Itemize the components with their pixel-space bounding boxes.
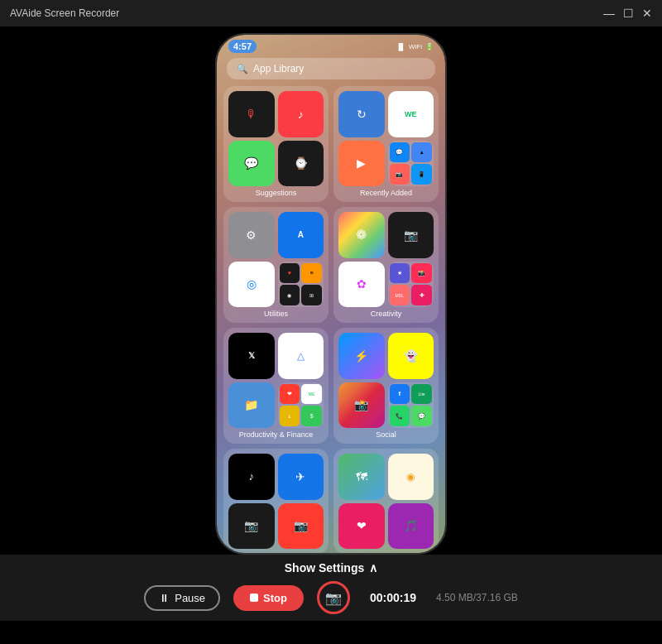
show-settings-label: Show Settings [285, 561, 364, 574]
instagram-icon[interactable]: 📸 [338, 382, 385, 429]
screenshot-button[interactable]: 📷 [317, 581, 350, 614]
app-grid: 🎙 ♪ 💬 ⌚ Suggestions ↻ WE ▶ [217, 86, 445, 553]
phone-display: 4:57 ▐▌ WiFi 🔋 🔍 App Library [217, 35, 445, 553]
messages-icon[interactable]: 💬 [228, 141, 275, 187]
watch-icon[interactable]: ⌚ [278, 141, 324, 187]
snapchat-icon[interactable]: 👻 [388, 333, 434, 379]
category-row-4: ♪ ✈ 📷 📷 🗺 ◉ ❤ 🎵 [223, 449, 439, 553]
creativity-box: ❁ 📷 ✿ ★ 📸 MDL ✚ [333, 207, 439, 323]
files-icon[interactable]: 📁 [228, 382, 275, 429]
wifi-icon: WiFi [409, 43, 422, 50]
transfer-icon[interactable]: ↻ [338, 91, 385, 137]
entertainment-right-box: 🗺 ◉ ❤ 🎵 [333, 449, 439, 553]
social-small-grid[interactable]: f Lite 📞 💬 [388, 382, 434, 429]
status-bar: 4:57 ▐▌ WiFi 🔋 [217, 35, 445, 55]
social-grid: ⚡ 👻 📸 f Lite 📞 💬 [338, 333, 434, 428]
music-icon[interactable]: ♪ [278, 91, 324, 137]
bottom-right-icon4[interactable]: 🎵 [388, 503, 434, 550]
social-box: ⚡ 👻 📸 f Lite 📞 💬 [333, 328, 439, 444]
productivity-label: Productivity & Finance [228, 430, 324, 439]
category-row-1: 🎙 ♪ 💬 ⌚ Suggestions ↻ WE ▶ [223, 86, 439, 202]
bottom-right-icon3[interactable]: ❤ [338, 503, 385, 550]
phone-screen: 4:57 ▐▌ WiFi 🔋 🔍 App Library [215, 33, 447, 555]
recently-added-grid: ↻ WE ▶ 💬 ▲ 📷 📱 [338, 91, 434, 186]
camera-icon[interactable]: 📷 [388, 212, 434, 258]
we-icon[interactable]: WE [388, 91, 434, 137]
entertainment-left-grid: ♪ ✈ 📷 📷 [228, 454, 324, 549]
utilities-grid: ⚙ A ◎ ♥ ≡ ◉ ⊞ [228, 212, 324, 307]
voice-memos-icon[interactable]: 🎙 [228, 91, 275, 137]
app-title: AVAide Screen Recorder [10, 7, 119, 19]
entertainment-left-box: ♪ ✈ 📷 📷 [223, 449, 329, 553]
minimize-button[interactable]: — [603, 7, 615, 19]
pause-icon: ⏸ [159, 592, 170, 604]
utilities-box: ⚙ A ◎ ♥ ≡ ◉ ⊞ [223, 207, 329, 323]
recently-added-box: ↻ WE ▶ 💬 ▲ 📷 📱 [333, 86, 439, 202]
messenger-icon[interactable]: ⚡ [338, 333, 385, 379]
recently-added-label: Recently Added [338, 189, 434, 197]
settings-icon[interactable]: ⚙ [228, 212, 275, 258]
camera-icon: 📷 [325, 590, 342, 606]
stop-dot-icon [250, 594, 258, 602]
pause-label: Pause [175, 592, 205, 604]
creativity-small-grid[interactable]: ★ 📸 MDL ✚ [388, 262, 434, 308]
close-button[interactable]: ✕ [642, 7, 652, 19]
safari-icon[interactable]: ◎ [228, 262, 275, 308]
recently-small-grid[interactable]: 💬 ▲ 📷 📱 [388, 141, 434, 187]
gdrive-icon[interactable]: △ [278, 333, 324, 379]
productivity-small-grid[interactable]: ❤ WE £ $ [278, 382, 324, 429]
suggestions-label: Suggestions [228, 189, 324, 197]
maximize-button[interactable]: ☐ [623, 7, 634, 19]
find-icon[interactable]: ◉ [388, 454, 434, 500]
chevron-up-icon: ∧ [369, 561, 377, 574]
status-time: 4:57 [228, 40, 257, 53]
appstore-icon[interactable]: A [278, 212, 324, 258]
stop-label: Stop [263, 592, 287, 604]
creativity-label: Creativity [338, 310, 434, 318]
maps-icon[interactable]: 🗺 [338, 454, 385, 500]
pinwheel-icon[interactable]: ✿ [338, 262, 385, 308]
battery-icon: 🔋 [425, 43, 434, 50]
twitter-icon[interactable]: 𝕏 [228, 333, 275, 379]
main-area: 4:57 ▐▌ WiFi 🔋 🔍 App Library [0, 26, 662, 644]
category-row-3: 𝕏 △ 📁 ❤ WE £ $ [223, 328, 439, 444]
search-icon: 🔍 [237, 64, 248, 74]
show-settings-button[interactable]: Show Settings ∧ [285, 561, 377, 574]
suggestions-grid: 🎙 ♪ 💬 ⌚ [228, 91, 324, 186]
utilities-small-grid[interactable]: ♥ ≡ ◉ ⊞ [278, 262, 324, 308]
photos-icon[interactable]: ❁ [338, 212, 385, 258]
bottom-left-icon3[interactable]: 📷 [228, 503, 275, 550]
bottom-left-icon4[interactable]: 📷 [278, 503, 324, 550]
controls-row: ⏸ Pause Stop 📷 00:00:19 4.50 MB/37.16 GB [13, 581, 649, 614]
timer-display: 00:00:19 [370, 591, 416, 604]
storage-display: 4.50 MB/37.16 GB [436, 592, 518, 603]
testflight-icon[interactable]: ✈ [278, 454, 324, 500]
title-bar: AVAide Screen Recorder — ☐ ✕ [0, 0, 662, 26]
signal-icon: ▐▌ [396, 43, 405, 50]
category-row-2: ⚙ A ◎ ♥ ≡ ◉ ⊞ [223, 207, 439, 323]
suggestions-box: 🎙 ♪ 💬 ⌚ Suggestions [223, 86, 329, 202]
status-icons: ▐▌ WiFi 🔋 [396, 43, 434, 50]
tiktok-icon[interactable]: ♪ [228, 454, 275, 500]
window-controls: — ☐ ✕ [603, 7, 652, 19]
bottom-bar: Show Settings ∧ ⏸ Pause Stop 📷 00:00:19 … [0, 555, 662, 621]
stop-button[interactable]: Stop [233, 585, 304, 611]
pause-button[interactable]: ⏸ Pause [144, 585, 220, 611]
search-label: App Library [253, 63, 304, 74]
productivity-grid: 𝕏 △ 📁 ❤ WE £ $ [228, 333, 324, 428]
inshot-icon[interactable]: ▶ [338, 141, 385, 187]
creativity-grid: ❁ 📷 ✿ ★ 📸 MDL ✚ [338, 212, 434, 307]
utilities-label: Utilities [228, 310, 324, 318]
productivity-box: 𝕏 △ 📁 ❤ WE £ $ [223, 328, 329, 444]
social-label: Social [338, 430, 434, 439]
entertainment-right-grid: 🗺 ◉ ❤ 🎵 [338, 454, 434, 549]
search-bar[interactable]: 🔍 App Library [227, 58, 435, 79]
